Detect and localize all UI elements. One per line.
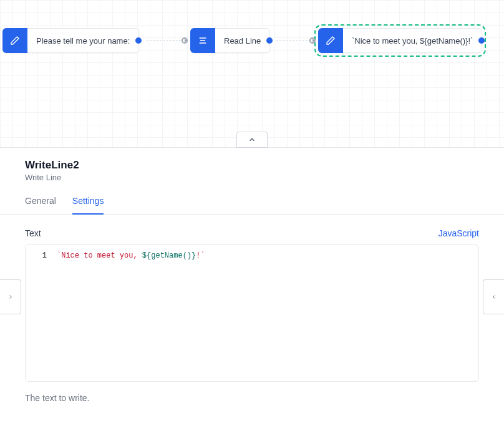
left-drawer-handle[interactable] — [0, 279, 21, 314]
node-label: Read Line — [215, 36, 269, 46]
field-header: Text JavaScript — [25, 228, 479, 238]
panel-body: Text JavaScript 1 `Nice to meet you, ${g… — [0, 215, 504, 403]
input-port[interactable] — [182, 37, 188, 44]
output-port[interactable] — [478, 37, 485, 44]
panel-collapse-toggle[interactable] — [236, 132, 268, 148]
tab-general[interactable]: General — [25, 196, 56, 215]
line-gutter: 1 — [26, 245, 52, 381]
code-content[interactable]: `Nice to meet you, ${getName()}!` — [52, 245, 478, 381]
language-selector[interactable]: JavaScript — [439, 228, 479, 238]
panel-title: WriteLine2 — [25, 159, 479, 172]
input-port[interactable] — [309, 37, 316, 44]
node-writeline1[interactable]: Please tell me your name: — [2, 28, 139, 53]
workflow-canvas[interactable]: Please tell me your name: Read Line `Nic… — [0, 0, 504, 148]
panel-tabs: General Settings — [0, 196, 504, 215]
panel-header: WriteLine2 Write Line — [0, 148, 504, 182]
pencil-icon — [318, 28, 343, 53]
right-drawer-handle[interactable] — [483, 279, 504, 314]
edge — [147, 40, 184, 41]
lines-icon — [190, 28, 215, 53]
node-writeline2[interactable]: `Nice to meet you, ${getName()}!` — [318, 28, 482, 53]
edge — [276, 40, 311, 41]
panel-subtitle: Write Line — [25, 173, 479, 182]
field-help-text: The text to write. — [25, 393, 479, 403]
node-readline[interactable]: Read Line — [190, 28, 270, 53]
output-port[interactable] — [266, 37, 273, 44]
node-label: Please tell me your name: — [27, 36, 138, 46]
chevron-left-icon — [491, 293, 497, 301]
pencil-icon — [2, 28, 27, 53]
chevron-right-icon — [7, 293, 14, 301]
line-number: 1 — [26, 251, 47, 260]
field-label-text: Text — [25, 228, 41, 238]
tab-settings[interactable]: Settings — [72, 196, 104, 215]
output-port[interactable] — [135, 37, 142, 44]
code-editor[interactable]: 1 `Nice to meet you, ${getName()}!` — [25, 244, 479, 382]
node-label: `Nice to meet you, ${getName()}!` — [343, 36, 482, 46]
properties-panel: WriteLine2 Write Line General Settings T… — [0, 148, 504, 421]
chevron-up-icon — [248, 135, 256, 144]
